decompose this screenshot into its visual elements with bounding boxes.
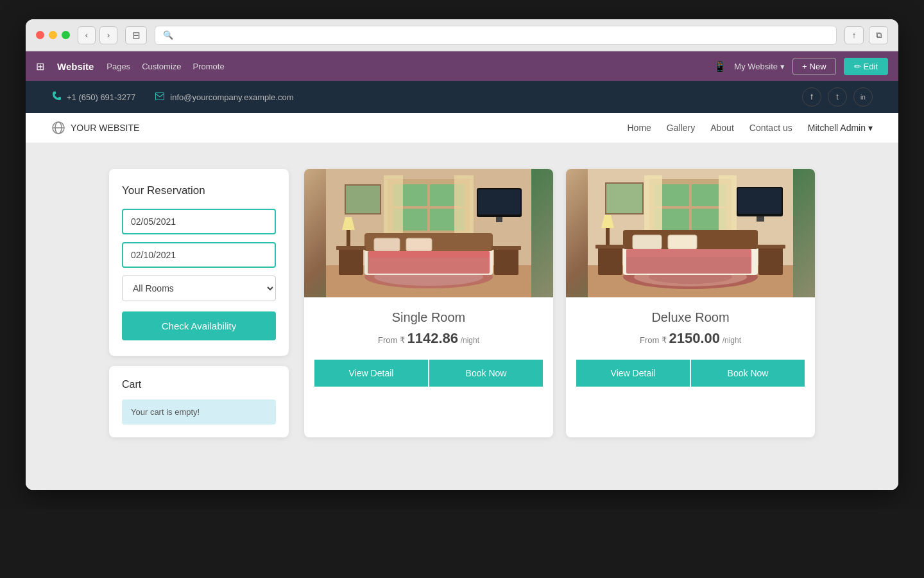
deluxe-room-price: From ₹ 2150.00 /night	[576, 330, 805, 347]
deluxe-room-image	[566, 169, 815, 297]
sidebar-toggle-button[interactable]: ⊟	[125, 26, 147, 44]
phone-number: +1 (650) 691-3277	[67, 92, 135, 102]
svg-rect-35	[719, 175, 737, 236]
cart-empty-message: Your cart is empty!	[122, 399, 276, 425]
cms-new-button[interactable]: + New	[792, 58, 836, 75]
email-icon	[155, 91, 165, 103]
svg-rect-10	[345, 185, 381, 214]
room-card-single: Single Room From ₹ 1142.86 /night View D…	[304, 169, 553, 437]
nav-buttons: ‹ ›	[78, 26, 117, 44]
room-type-select[interactable]: All Rooms Single Room Deluxe Room	[122, 276, 276, 301]
cart-card: Cart Your cart is empty!	[109, 366, 289, 437]
sidebar: Your Reservation All Rooms Single Room D…	[109, 169, 289, 437]
admin-dropdown[interactable]: Mitchell Admin ▾	[808, 123, 873, 133]
deluxe-room-price-amount: 2150.00	[669, 330, 721, 346]
main-content: Your Reservation All Rooms Single Room D…	[26, 143, 898, 490]
deluxe-room-price-prefix: From ₹	[640, 335, 667, 345]
search-icon: 🔍	[163, 30, 173, 40]
svg-rect-34	[644, 175, 662, 236]
traffic-lights	[36, 31, 70, 39]
cms-new-plus-icon: +	[802, 62, 807, 71]
rooms-grid: Single Room From ₹ 1142.86 /night View D…	[304, 169, 815, 437]
svg-rect-16	[374, 238, 400, 251]
room-card-deluxe: Deluxe Room From ₹ 2150.00 /night View D…	[566, 169, 815, 437]
back-icon: ‹	[85, 30, 88, 40]
browser-titlebar: ‹ › ⊟ 🔍 ↑ ⧉	[26, 19, 898, 51]
svg-rect-21	[336, 246, 366, 250]
contact-bar: +1 (650) 691-3277 info@yourcompany.examp…	[26, 81, 898, 113]
site-logo-text: YOUR WEBSITE	[71, 123, 139, 133]
cms-grid-icon[interactable]: ⊞	[36, 60, 44, 73]
back-button[interactable]: ‹	[78, 26, 96, 44]
svg-rect-25	[492, 246, 521, 250]
single-room-view-detail-button[interactable]: View Detail	[314, 360, 428, 387]
phone-contact: +1 (650) 691-3277	[51, 91, 135, 103]
facebook-icon[interactable]: f	[802, 87, 821, 107]
window-button[interactable]: ⧉	[869, 26, 888, 44]
svg-rect-47	[598, 245, 622, 275]
svg-rect-19	[368, 251, 490, 258]
cms-nav-pages[interactable]: Pages	[107, 62, 130, 71]
cms-my-website-dropdown[interactable]: My Website ▾	[734, 62, 785, 71]
check-availability-button[interactable]: Check Availability	[122, 311, 276, 340]
svg-rect-54	[738, 188, 782, 214]
checkin-input[interactable]	[122, 209, 276, 234]
svg-rect-46	[626, 249, 751, 257]
nav-gallery[interactable]: Gallery	[667, 123, 695, 133]
single-room-price-amount: 1142.86	[407, 330, 459, 346]
svg-rect-51	[758, 245, 783, 275]
cms-mobile-icon[interactable]: 📱	[714, 60, 726, 73]
reservation-card: Your Reservation All Rooms Single Room D…	[109, 169, 289, 356]
cms-edit-pencil-icon: ✏	[854, 62, 861, 71]
traffic-light-minimize[interactable]	[49, 31, 57, 39]
cms-edit-button[interactable]: ✏ Edit	[844, 58, 888, 75]
site-header: YOUR WEBSITE Home Gallery About Contact …	[26, 113, 898, 143]
nav-contact[interactable]: Contact us	[749, 123, 792, 133]
sidebar-icon: ⊟	[132, 30, 141, 41]
cms-my-website-caret: ▾	[780, 62, 785, 71]
phone-icon	[51, 91, 62, 103]
svg-rect-9	[454, 175, 474, 233]
cms-nav: Pages Customize Promote	[107, 62, 224, 71]
single-room-price-per: /night	[461, 336, 479, 345]
twitter-icon[interactable]: t	[828, 87, 847, 107]
single-room-price-prefix: From ₹	[378, 335, 405, 345]
admin-name: Mitchell Admin	[808, 123, 866, 133]
forward-button[interactable]: ›	[99, 26, 117, 44]
deluxe-room-name: Deluxe Room	[576, 310, 805, 325]
reservation-title: Your Reservation	[122, 184, 276, 197]
single-room-book-now-button[interactable]: Book Now	[429, 360, 543, 387]
single-room-actions: View Detail Book Now	[314, 360, 543, 387]
cms-nav-promote[interactable]: Promote	[193, 62, 225, 71]
deluxe-room-book-now-button[interactable]: Book Now	[691, 360, 805, 387]
traffic-light-fullscreen[interactable]	[62, 31, 70, 39]
share-button[interactable]: ↑	[844, 26, 864, 44]
forward-icon: ›	[107, 30, 110, 40]
traffic-light-close[interactable]	[36, 31, 44, 39]
window-icon: ⧉	[876, 30, 882, 40]
svg-rect-8	[384, 175, 403, 233]
browser-window: ‹ › ⊟ 🔍 ↑ ⧉ ⊞ Website Pages Customize	[26, 19, 898, 490]
cms-new-label: New	[810, 62, 826, 71]
single-room-info: Single Room From ₹ 1142.86 /night View D…	[304, 297, 553, 397]
deluxe-room-actions: View Detail Book Now	[576, 360, 805, 387]
deluxe-room-price-per: /night	[723, 336, 741, 345]
svg-rect-55	[757, 216, 764, 222]
svg-rect-49	[606, 228, 610, 245]
svg-rect-36	[606, 183, 643, 214]
nav-home[interactable]: Home	[627, 123, 651, 133]
social-icons: f t in	[802, 87, 873, 107]
linkedin-icon[interactable]: in	[853, 87, 873, 107]
checkout-input[interactable]	[122, 242, 276, 268]
nav-about[interactable]: About	[710, 123, 734, 133]
deluxe-room-view-detail-button[interactable]: View Detail	[576, 360, 690, 387]
svg-rect-20	[339, 246, 363, 275]
cms-website-label: Website	[57, 61, 94, 72]
cms-nav-customize[interactable]: Customize	[142, 62, 181, 71]
svg-rect-48	[595, 245, 625, 249]
cms-toolbar: ⊞ Website Pages Customize Promote 📱 My W…	[26, 51, 898, 81]
website-content: +1 (650) 691-3277 info@yourcompany.examp…	[26, 81, 898, 490]
address-bar[interactable]: 🔍	[155, 26, 837, 45]
cart-title: Cart	[122, 379, 276, 390]
svg-rect-28	[496, 217, 502, 222]
